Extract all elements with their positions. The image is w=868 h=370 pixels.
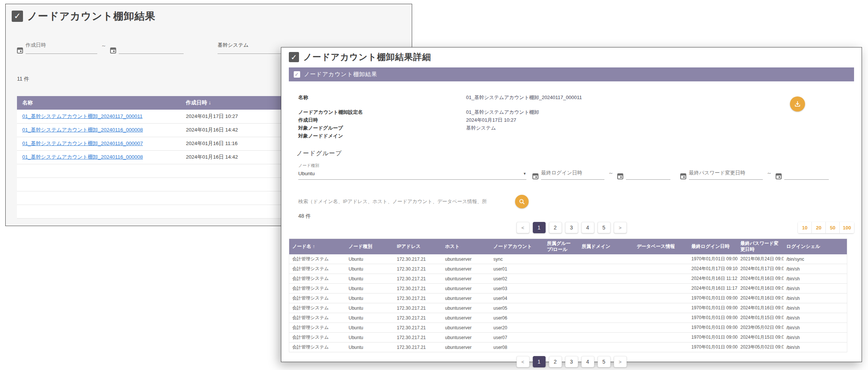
node-group-section-title: ノードグループ [296,150,854,157]
page-button-1[interactable]: 1 [533,356,546,367]
pagination-bottom: <12345> [289,356,854,367]
search-button[interactable] [515,195,529,208]
node-cell: 2024年01月17日 09:00 [738,264,784,274]
detail-value: 01_基幹システムアカウント棚卸_20240117_000011 [466,95,582,100]
node-cell: user20 [491,323,544,333]
calendar-icon[interactable] [776,173,782,179]
node-cell: ubuntuserver [442,294,491,303]
download-icon [794,100,801,108]
node-cell: 172.30.217.21 [394,294,442,303]
result-link[interactable]: 01_基幹システムアカウント棚卸_20240117_000011 [22,113,143,119]
result-link[interactable]: 01_基幹システムアカウント棚卸_20240116_000008 [22,154,143,160]
node-cell: user07 [491,333,544,342]
search-input[interactable]: 検索（ドメイン名、IPアドレス、ホスト、ノードアカウント、データベース情報、所 [298,198,515,205]
node-accounts-table: ノード名 ↑ノード種別IPアドレスホストノードアカウント所属グループ/ロール所属… [289,239,847,352]
column-header[interactable]: 最終ログイン日時 [689,239,738,255]
node-cell: 2023年05月02日 09:00 [738,342,784,352]
detail-window-title: ✓ ノードアカウント棚卸結果詳細 [289,51,854,63]
result-name-cell: 01_基幹システムアカウント棚卸_20240117_000011 [17,110,181,123]
page-button-3[interactable]: 3 [565,222,578,233]
page-size-50-button[interactable]: 50 [826,222,840,233]
node-cell: 172.30.217.21 [394,303,442,313]
node-cell: 2021年08月24日 09:00 [738,254,784,264]
column-header[interactable]: 所属グループ/ロール [544,239,579,255]
node-cell [579,264,634,274]
column-header[interactable]: ノード種別 [346,239,394,255]
column-header[interactable]: データベース情報 [634,239,689,255]
node-cell: ubuntuserver [442,284,491,294]
column-header-name[interactable]: 名称 [17,96,181,110]
last-login-to-input[interactable] [626,176,670,180]
node-cell [634,342,689,352]
download-button[interactable] [790,96,805,112]
column-header[interactable]: ホスト [442,239,491,255]
result-name-cell: 01_基幹システムアカウント棚卸_20240116_000008 [17,150,181,164]
section-header-label: ノードアカウント棚卸結果 [304,71,377,78]
page-next-button[interactable]: > [614,356,627,367]
last-password-from-input[interactable]: 最終パスワード変更日時 [689,170,763,180]
page-button-5[interactable]: 5 [598,356,610,367]
detail-value: 01_基幹システムアカウント棚卸 [466,110,539,115]
column-header[interactable]: ログインシェル [784,239,847,255]
page-size-100-button[interactable]: 100 [840,222,854,233]
node-cell: /bin/sh [784,294,847,303]
node-type-select[interactable]: ノード種別 Ubuntu ▼ [298,163,526,180]
detail-value: 2024年01月17日 10:27 [466,118,516,122]
node-account-row: 会計管理システムUbuntu172.30.217.21ubuntuserveru… [289,294,847,303]
node-account-row: 会計管理システムUbuntu172.30.217.21ubuntuserveru… [289,323,847,333]
page-button-2[interactable]: 2 [549,356,562,367]
node-cell: 2024年01月16日 11:17 [689,284,738,294]
calendar-icon[interactable] [680,173,686,179]
node-cell: ubuntuserver [442,333,491,342]
node-cell: Ubuntu [346,342,394,352]
detail-row: 作成日時2024年01月17日 10:27 [298,118,854,122]
node-cell: 1970年01月01日 09:00 [689,313,738,323]
node-cell [579,284,634,294]
page-prev-button[interactable]: < [517,356,529,367]
detail-label: 名称 [298,95,466,100]
column-header[interactable]: ノードアカウント [491,239,544,255]
node-cell [634,313,689,323]
result-link[interactable]: 01_基幹システムアカウント棚卸_20240116_000007 [22,141,143,146]
node-cell: /bin/sh [784,333,847,342]
last-login-from-input[interactable]: 最終ログイン日時 [541,170,604,180]
node-account-row: 会計管理システムUbuntu172.30.217.21ubuntuservers… [289,254,847,264]
node-cell: 2024年01月16日 09:00 [738,303,784,313]
page-button-2[interactable]: 2 [549,222,562,233]
created-from-input[interactable]: 作成日時 [26,42,97,54]
page-button-4[interactable]: 4 [581,222,594,233]
calendar-icon[interactable] [617,173,623,179]
page-button-4[interactable]: 4 [581,356,594,367]
created-to-input[interactable] [119,49,184,54]
calendar-icon[interactable] [17,47,23,54]
node-cell: Ubuntu [346,333,394,342]
last-password-to-input[interactable] [784,176,829,180]
page-size-20-button[interactable]: 20 [812,222,826,233]
page-title: ノードアカウント棚卸結果 [27,9,155,23]
node-cell [544,284,579,294]
empty-cell [17,164,181,177]
page-button-5[interactable]: 5 [598,222,610,233]
calendar-icon[interactable] [110,47,116,54]
column-header[interactable]: ノード名 ↑ [289,239,346,255]
result-link[interactable]: 01_基幹システムアカウント棚卸_20240116_000008 [22,127,143,133]
result-name-cell: 01_基幹システムアカウント棚卸_20240116_000007 [17,137,181,150]
node-cell: 172.30.217.21 [394,274,442,284]
column-header[interactable]: IPアドレス [394,239,442,255]
column-header[interactable]: 最終パスワード変更日時 [738,239,784,255]
page-prev-button[interactable]: < [517,222,529,233]
search-icon [518,198,525,205]
page-size-10-button[interactable]: 10 [798,222,812,233]
page-next-button[interactable]: > [614,222,627,233]
page-button-1[interactable]: 1 [533,222,546,233]
node-account-row: 会計管理システムUbuntu172.30.217.21ubuntuserveru… [289,342,847,352]
node-cell [544,303,579,313]
node-cell: ubuntuserver [442,254,491,264]
node-cell: 2023年05月02日 09:00 [738,323,784,333]
node-cell: 会計管理システム [289,254,346,264]
page-button-3[interactable]: 3 [565,356,578,367]
column-header[interactable]: 所属ドメイン [579,239,634,255]
calendar-icon[interactable] [532,173,538,179]
node-cell [634,274,689,284]
node-cell [634,294,689,303]
